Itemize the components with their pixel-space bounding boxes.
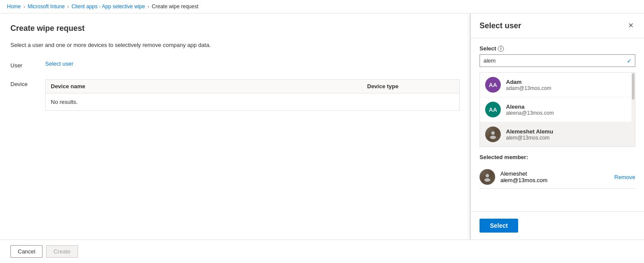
- breadcrumb-home[interactable]: Home: [7, 3, 21, 10]
- selected-member-name: Alemeshet: [500, 170, 614, 177]
- user-email-adam: adam@13mos.com: [506, 85, 551, 91]
- user-name-aleena: Aleena: [506, 103, 554, 110]
- avatar-alemeshet: [485, 127, 501, 142]
- svg-point-2: [486, 174, 489, 177]
- user-name-adam: Adam: [506, 79, 551, 85]
- select-user-flyout: Select user ✕ Select i ✓ AA: [470, 13, 644, 240]
- user-list-scroll[interactable]: AA Adam adam@13mos.com AA Aleena aleena@…: [480, 73, 635, 146]
- user-search-input[interactable]: [480, 54, 635, 67]
- user-row: User Select user: [10, 60, 460, 69]
- device-name-col: Device name: [51, 83, 367, 90]
- flyout-title: Select user: [480, 21, 521, 30]
- selected-member-info: Alemeshet alem@13mos.com: [500, 170, 614, 183]
- device-table: Device name Device type No results.: [45, 79, 460, 111]
- svg-point-0: [491, 131, 495, 135]
- page-description: Select a user and one or more devices to…: [10, 42, 460, 48]
- flyout-close-button[interactable]: ✕: [626, 20, 635, 31]
- select-info-icon[interactable]: i: [498, 46, 504, 52]
- user-info-alemeshet: Alemeshet Alemu alem@13mos.com: [506, 128, 553, 141]
- avatar-selected-inner: [480, 169, 495, 185]
- bottom-bar: Cancel Create: [0, 240, 644, 263]
- user-email-alemeshet: alem@13mos.com: [506, 135, 553, 141]
- device-table-body: No results.: [46, 93, 459, 110]
- flyout-header: Select user ✕: [471, 13, 644, 38]
- search-checkmark-icon: ✓: [627, 57, 632, 64]
- svg-point-3: [484, 178, 490, 182]
- main-panel: Create wipe request Select a user and on…: [0, 13, 470, 240]
- breadcrumb-intune[interactable]: Microsoft Intune: [28, 3, 65, 10]
- user-item-aleena[interactable]: AA Aleena aleena@13mos.com: [480, 97, 635, 122]
- create-button: Create: [46, 245, 78, 258]
- select-user-link[interactable]: Select user: [45, 60, 73, 67]
- search-wrapper: ✓: [480, 54, 635, 67]
- avatar-photo-inner: [485, 127, 501, 142]
- breadcrumb-sep-2: ›: [67, 4, 69, 9]
- flyout-content: Select i ✓ AA Adam adam@13mos.com: [471, 38, 644, 211]
- device-type-col: Device type: [367, 83, 454, 90]
- user-item-adam[interactable]: AA Adam adam@13mos.com: [480, 73, 635, 97]
- selected-member-item: Alemeshet alem@13mos.com Remove: [480, 166, 635, 189]
- avatar-selected: [480, 169, 495, 185]
- device-label: Device: [10, 79, 45, 87]
- avatar-aleena: AA: [485, 102, 501, 117]
- page-title: Create wipe request: [10, 24, 460, 33]
- user-name-alemeshet: Alemeshet Alemu: [506, 128, 553, 135]
- person-silhouette-icon: [488, 130, 498, 139]
- selected-person-icon: [483, 172, 492, 182]
- list-scrollbar[interactable]: [631, 73, 635, 146]
- breadcrumb: Home › Microsoft Intune › Client apps - …: [0, 0, 644, 13]
- device-row: Device Device name Device type No result…: [10, 79, 460, 111]
- remove-member-link[interactable]: Remove: [614, 174, 635, 180]
- breadcrumb-sep-3: ›: [148, 4, 149, 9]
- user-info-aleena: Aleena aleena@13mos.com: [506, 103, 554, 116]
- flyout-select-button[interactable]: Select: [480, 219, 518, 233]
- flyout-footer: Select: [471, 211, 644, 240]
- device-table-header: Device name Device type: [46, 80, 459, 93]
- selected-member-label: Selected member:: [480, 154, 635, 160]
- user-list: AA Adam adam@13mos.com AA Aleena aleena@…: [480, 72, 635, 147]
- avatar-adam: AA: [485, 77, 501, 93]
- breadcrumb-client-apps[interactable]: Client apps - App selective wipe: [72, 3, 145, 10]
- breadcrumb-sep-1: ›: [23, 4, 25, 9]
- user-value: Select user: [45, 60, 460, 67]
- selected-member-email: alem@13mos.com: [500, 177, 614, 183]
- cancel-button[interactable]: Cancel: [10, 245, 43, 258]
- user-item-alemeshet[interactable]: Alemeshet Alemu alem@13mos.com: [480, 122, 635, 146]
- user-label: User: [10, 60, 45, 69]
- svg-point-1: [490, 136, 496, 139]
- user-info-adam: Adam adam@13mos.com: [506, 79, 551, 91]
- select-label: Select i: [480, 45, 635, 52]
- breadcrumb-current: Create wipe request: [152, 3, 198, 10]
- no-results: No results.: [51, 99, 78, 105]
- user-email-aleena: aleena@13mos.com: [506, 110, 554, 116]
- list-scrollbar-thumb: [632, 73, 634, 100]
